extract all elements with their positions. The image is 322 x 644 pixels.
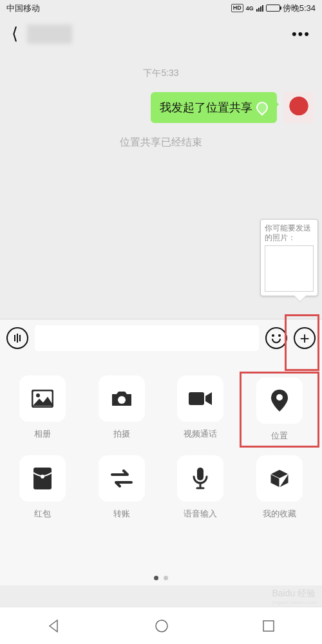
panel-item-transfer[interactable]: 转账 xyxy=(86,455,158,520)
clock-label: 傍晚5:34 xyxy=(283,3,316,14)
hd-icon: HD xyxy=(231,4,243,12)
plus-icon: + xyxy=(299,330,309,346)
svg-rect-9 xyxy=(263,621,274,631)
nav-bar: ⟨ ••• xyxy=(0,16,322,52)
more-button[interactable]: ••• xyxy=(287,23,316,45)
page-dot-active xyxy=(154,576,158,580)
emoji-button[interactable] xyxy=(265,327,287,349)
panel-item-label: 相册 xyxy=(34,428,51,440)
signal-icon xyxy=(256,5,263,12)
panel-item-label: 拍摄 xyxy=(113,428,130,440)
red-packet-icon xyxy=(33,468,52,489)
page-indicator xyxy=(0,576,322,580)
panel-item-label: 红包 xyxy=(34,508,51,520)
network-4g-label: 4G xyxy=(246,5,254,12)
panel-item-camera[interactable]: 拍摄 xyxy=(86,375,158,444)
android-back-button[interactable] xyxy=(47,619,61,633)
watermark-url: jingyan.baidu.com xyxy=(272,600,317,605)
panel-item-label: 位置 xyxy=(271,430,288,442)
watermark: Baidu 经验 jingyan.baidu.com xyxy=(272,588,317,605)
status-right: HD 4G 傍晚5:34 xyxy=(231,3,316,14)
carrier-label: 中国移动 xyxy=(6,3,40,14)
message-input[interactable] xyxy=(35,325,259,351)
message-bubble[interactable]: 我发起了位置共享 xyxy=(151,92,277,123)
avatar[interactable] xyxy=(283,92,314,123)
system-message: 位置共享已经结束 xyxy=(0,136,322,149)
svg-point-6 xyxy=(41,475,44,478)
photo-suggestion-thumbnail[interactable] xyxy=(265,245,314,292)
status-left: 中国移动 xyxy=(6,3,40,14)
microphone-icon xyxy=(193,468,208,489)
panel-item-location[interactable]: 位置 xyxy=(240,372,320,448)
transfer-icon xyxy=(111,469,133,488)
image-icon xyxy=(32,390,53,408)
attach-plus-button[interactable]: + xyxy=(294,327,316,349)
input-bar: + xyxy=(0,319,322,356)
panel-item-favorites[interactable]: 我的收藏 xyxy=(243,455,316,520)
android-nav-bar xyxy=(0,607,322,644)
android-recent-button[interactable] xyxy=(262,620,275,632)
svg-rect-3 xyxy=(189,392,204,405)
panel-item-label: 语音输入 xyxy=(184,508,217,520)
status-bar: 中国移动 HD 4G 傍晚5:34 xyxy=(0,0,322,16)
camera-icon xyxy=(110,390,133,408)
voice-input-toggle[interactable] xyxy=(6,327,28,349)
panel-item-voice-input[interactable]: 语音输入 xyxy=(164,455,237,520)
cube-icon xyxy=(269,468,290,489)
svg-point-8 xyxy=(156,620,167,632)
back-button[interactable]: ⟨ xyxy=(6,21,23,46)
battery-icon xyxy=(266,5,280,12)
page-dot xyxy=(164,576,168,580)
panel-item-video-call[interactable]: 视频通话 xyxy=(164,375,237,444)
svg-point-1 xyxy=(36,393,40,397)
photo-suggestion-popup[interactable]: 你可能要发送的照片： xyxy=(260,219,318,296)
location-icon xyxy=(271,390,288,412)
timestamp: 下午5:33 xyxy=(0,68,322,79)
message-text: 我发起了位置共享 xyxy=(160,100,252,115)
svg-point-4 xyxy=(276,394,283,401)
panel-item-label: 转账 xyxy=(113,508,130,520)
watermark-brand: Baidu 经验 xyxy=(272,588,317,600)
photo-suggestion-text: 你可能要发送的照片： xyxy=(265,223,314,243)
contact-name-blurred xyxy=(27,24,72,44)
svg-point-2 xyxy=(118,396,126,404)
video-icon xyxy=(189,391,212,406)
android-home-button[interactable] xyxy=(155,619,169,633)
svg-rect-7 xyxy=(197,468,204,480)
panel-item-label: 视频通话 xyxy=(184,428,217,440)
message-row: 我发起了位置共享 xyxy=(0,92,322,123)
panel-item-red-packet[interactable]: 红包 xyxy=(6,455,79,520)
panel-item-album[interactable]: 相册 xyxy=(6,375,79,444)
attachment-panel: 相册 拍摄 视频通话 位置 红包 转账 语音输入 我的收藏 xyxy=(0,356,322,585)
voice-wave-icon xyxy=(14,334,21,343)
panel-item-label: 我的收藏 xyxy=(263,508,296,520)
location-pin-icon xyxy=(254,99,270,115)
